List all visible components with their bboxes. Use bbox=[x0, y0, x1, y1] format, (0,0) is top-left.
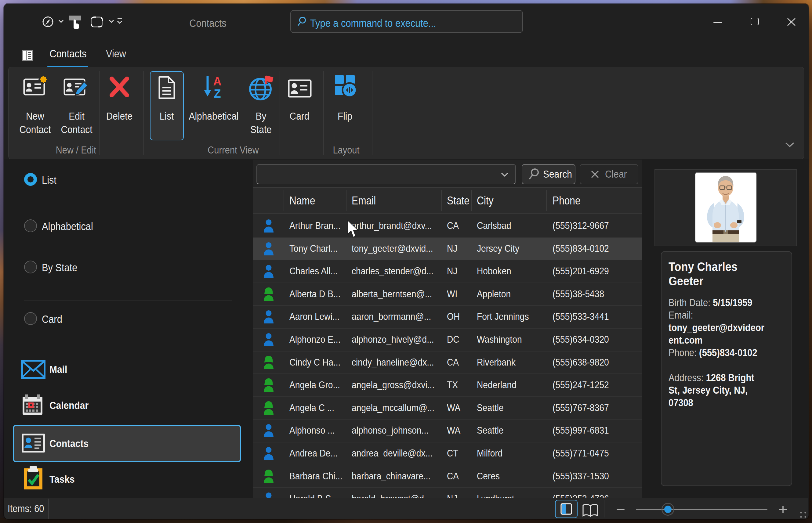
svg-text:A: A bbox=[213, 75, 221, 88]
svg-text:Z: Z bbox=[214, 87, 221, 100]
